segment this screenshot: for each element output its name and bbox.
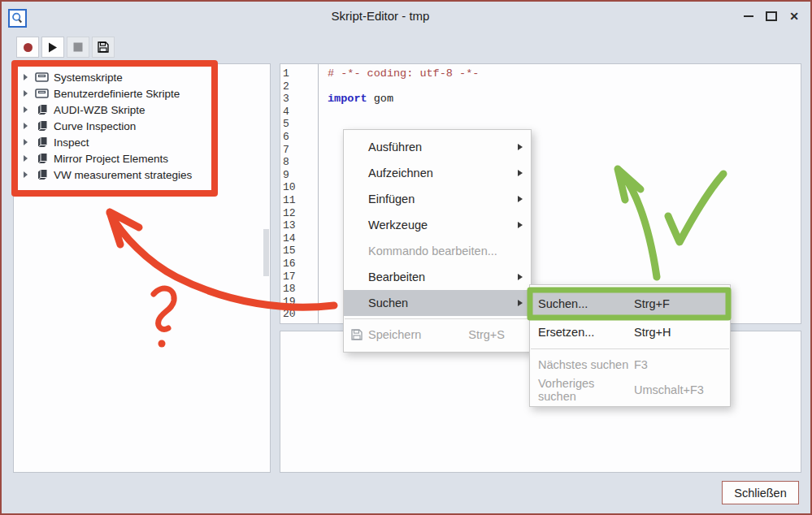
scripts-icon [35,153,49,165]
maximize-icon [766,11,777,21]
tree-item-label: Inspect [54,136,89,149]
expander-icon[interactable] [24,139,28,145]
scripts-icon [35,169,49,181]
menu-item-label: Suchen... [538,297,634,310]
expander-icon[interactable] [24,155,28,162]
menu-item-werkzeuge[interactable]: Werkzeuge [344,212,531,238]
find-submenu: Suchen...Strg+FErsetzen...Strg+HNächstes… [529,284,731,407]
scrollbar-thumb[interactable] [263,229,269,276]
line-number: 15 [280,245,318,258]
maximize-button[interactable] [760,5,783,28]
menu-item-label: Ausführen [368,141,505,154]
menu-item-bearbeiten[interactable]: Bearbeiten [344,264,531,290]
tree-item-audi-wzb-skripte[interactable]: AUDI-WZB Skripte [14,102,270,118]
expander-icon[interactable] [24,106,28,113]
menu-item-suchen[interactable]: Suchen...Strg+F [530,289,730,318]
tree-item-inspect[interactable]: Inspect [14,134,270,150]
expander-icon[interactable] [24,90,28,97]
line-number: 7 [280,144,318,157]
menu-item-speichern: SpeichernStrg+S [344,322,531,348]
scripts-icon [35,120,49,132]
menu-item-aufzeichnen[interactable]: Aufzeichnen [344,160,531,186]
line-number: 5 [280,118,318,131]
expander-icon[interactable] [24,74,28,80]
close-icon: ✕ [789,10,799,23]
titlebar: Skript-Editor - tmp ✕ [2,2,810,31]
line-number: 16 [280,258,318,270]
scripts-icon [35,104,49,116]
menu-item-n-chstes-suchen: Nächstes suchenF3 [530,352,730,377]
tree-item-vw-measurement-strategies[interactable]: VW measurement strategies [14,167,270,183]
menu-item-label: Suchen [368,296,505,309]
tree-item-label: Curve Inspection [54,120,136,132]
menu-item-vorheriges-suchen: Vorheriges suchenUmschalt+F3 [530,377,730,402]
menu-item-kommando-bearbeiten: Kommando bearbeiten... [344,238,531,264]
screen-icon [35,71,49,84]
minimize-icon [744,15,753,17]
line-number-gutter: 1234567891011121314151617181920 [280,64,319,323]
menu-item-label: Werkzeuge [368,219,505,232]
menu-item-einf-gen[interactable]: Einfügen [344,186,531,212]
tree-item-label: Mirror Project Elements [54,153,168,165]
record-icon [23,42,33,53]
save-button [92,37,115,58]
line-number: 1 [280,67,318,80]
schliessen-button[interactable]: Schließen [722,481,799,504]
submenu-arrow-icon [511,300,523,306]
line-number: 2 [280,80,318,93]
tree-item-curve-inspection[interactable]: Curve Inspection [14,118,270,134]
line-number: 20 [280,308,318,321]
menu-separator [345,318,530,319]
line-number: 11 [280,194,318,207]
save-icon [97,41,110,54]
tree-item-label: AUDI-WZB Skripte [54,104,145,116]
menu-item-ausf-hren[interactable]: Ausführen [344,134,531,160]
menu-item-shortcut: Strg+H [634,326,671,339]
stop-icon [73,42,83,52]
window-title: Skript-Editor - tmp [27,2,734,31]
line-number: 18 [280,283,318,296]
line-number: 19 [280,296,318,309]
menu-item-icon-slot [350,140,368,154]
submenu-arrow-icon [511,170,523,176]
menu-item-suchen[interactable]: Suchen [344,290,531,316]
stop-button [67,37,89,58]
menu-item-label: Einfügen [368,193,505,206]
tree-item-mirror-project-elements[interactable]: Mirror Project Elements [14,150,270,167]
tree-item-label: VW measurement strategies [54,169,192,181]
line-number: 6 [280,131,318,144]
scripts-icon [35,136,49,149]
script-editor-window: Skript-Editor - tmp ✕ SystemskripteBenut… [0,0,812,515]
record-button[interactable] [16,37,39,58]
window-controls: ✕ [737,2,805,31]
tree-item-benutzerdefinierte-skripte[interactable]: Benutzerdefinierte Skripte [14,85,270,102]
submenu-arrow-icon [511,196,523,202]
menu-item-shortcut: Umschalt+F3 [634,383,704,396]
play-button[interactable] [41,37,64,58]
line-number: 8 [280,156,318,169]
line-number: 9 [280,169,318,182]
minimize-button[interactable] [737,5,760,28]
expander-icon[interactable] [24,171,28,178]
menu-item-ersetzen[interactable]: Ersetzen...Strg+H [530,318,730,346]
expander-icon[interactable] [24,123,28,129]
submenu-arrow-icon [511,274,523,280]
play-icon [48,42,58,53]
line-number: 13 [280,219,318,232]
menu-item-icon-slot [350,244,368,258]
screen-icon [35,88,49,100]
menu-item-label: Speichern [368,328,468,341]
line-number: 17 [280,270,318,283]
close-button[interactable]: ✕ [783,5,805,28]
code-line-3: import gom [328,93,393,106]
menu-item-icon-slot [350,218,368,232]
script-tree-panel: SystemskripteBenutzerdefinierte SkripteA… [13,63,271,473]
menu-item-label: Ersetzen... [538,326,634,339]
menu-item-label: Kommando bearbeiten... [368,245,505,258]
menu-item-shortcut: Strg+S [468,328,505,341]
tree-item-systemskripte[interactable]: Systemskripte [14,69,270,85]
script-tree: SystemskripteBenutzerdefinierte SkripteA… [14,64,270,183]
menu-separator [531,348,729,349]
menu-item-label: Aufzeichnen [368,167,505,180]
submenu-arrow-icon [511,222,523,228]
